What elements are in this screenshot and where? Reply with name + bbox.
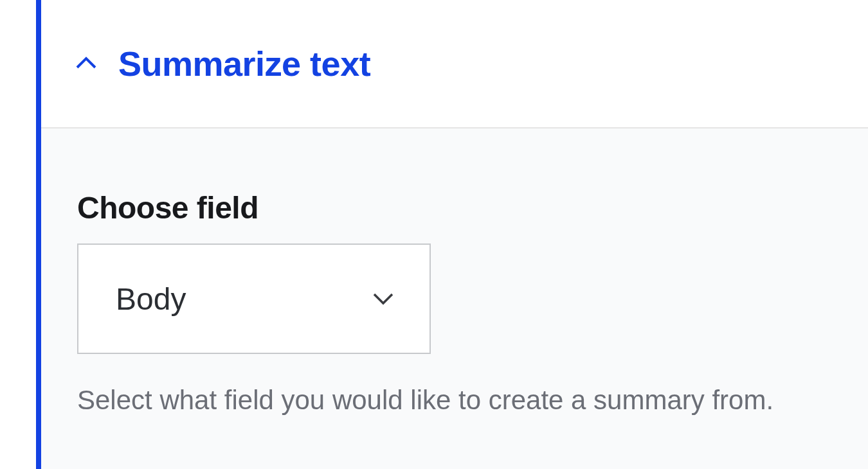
- select-value: Body: [116, 281, 186, 317]
- accordion-title: Summarize text: [118, 44, 370, 84]
- field-label: Choose field: [77, 190, 832, 226]
- accordion-body: Choose field Body Select what field you …: [41, 128, 868, 469]
- chevron-down-icon: [368, 283, 399, 314]
- chevron-up-icon: [72, 49, 100, 78]
- accordion-header[interactable]: Summarize text: [41, 0, 868, 128]
- help-text: Select what field you would like to crea…: [77, 380, 797, 420]
- summarize-panel: Summarize text Choose field Body Select …: [36, 0, 868, 469]
- choose-field-select[interactable]: Body: [77, 243, 431, 354]
